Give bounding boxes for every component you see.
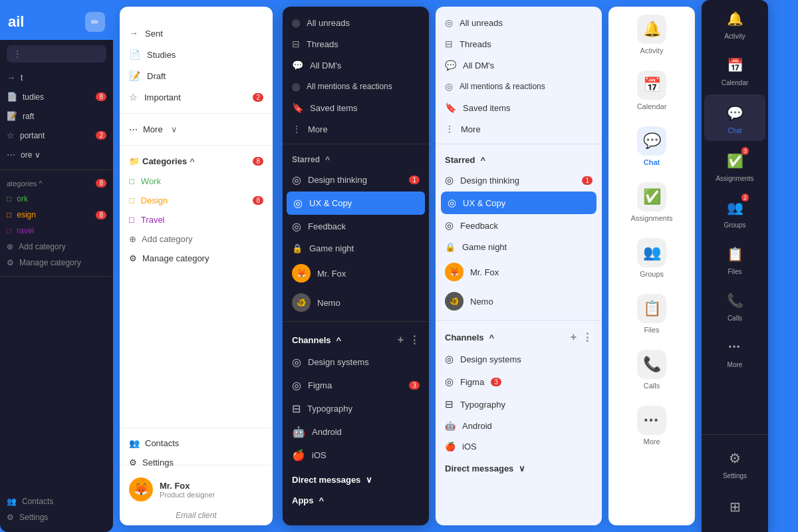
p6-groups[interactable]: 👥 2 Groups bbox=[702, 189, 768, 235]
p3-ux-copy[interactable]: ◎ UX & Copy bbox=[287, 192, 425, 215]
p2-manage-category[interactable]: ⚙ Manage category bbox=[120, 249, 273, 268]
lock-icon: 🔒 bbox=[445, 242, 456, 252]
channels-actions[interactable]: + ⋮ bbox=[571, 331, 593, 344]
p3-dm-header: Direct messages ∨ bbox=[283, 467, 429, 489]
p2-cat-work[interactable]: □ Work bbox=[120, 172, 273, 191]
nav-item-studies[interactable]: 📄 tudies 8 bbox=[0, 87, 113, 106]
p3-more[interactable]: ⋮ More bbox=[283, 118, 429, 140]
nav-item-draft[interactable]: 📝 raft bbox=[0, 106, 113, 126]
p5-calls[interactable]: 📞 Calls bbox=[608, 342, 695, 398]
manage-category[interactable]: ⚙ Manage category bbox=[0, 255, 113, 271]
p2-categories-header: 📁 Categories ^ 8 bbox=[120, 151, 273, 172]
p3-design-thinking[interactable]: ◎ Design thinking 1 bbox=[283, 168, 429, 192]
nav-item-important[interactable]: ☆ portant 2 bbox=[0, 126, 113, 145]
work-color-icon: □ bbox=[7, 194, 11, 203]
saved-icon: 🔖 bbox=[445, 102, 456, 113]
p4-mentions[interactable]: ◎ All mentions & reactions bbox=[436, 76, 602, 97]
nav-item-sent[interactable]: → t bbox=[0, 68, 113, 87]
channel-menu-icon[interactable]: ⋮ bbox=[582, 331, 593, 344]
starred-label: Starred bbox=[292, 155, 320, 164]
p5-chat[interactable]: 💬 Chat bbox=[608, 118, 695, 174]
p6-grid[interactable]: ⊞ bbox=[718, 488, 752, 525]
studies-badge: 8 bbox=[96, 92, 106, 101]
p4-figma[interactable]: ◎ Figma 3 bbox=[436, 370, 602, 393]
p6-activity[interactable]: 🔔 Activity bbox=[702, 0, 768, 47]
nav-sent-label: t bbox=[21, 73, 23, 82]
p3-design-systems[interactable]: ◎ Design systems bbox=[283, 350, 429, 374]
p4-design-systems[interactable]: ◎ Design systems bbox=[436, 348, 602, 370]
p4-all-unreads[interactable]: ◎ All unreads bbox=[436, 12, 602, 33]
p4-starred-header: Starred ^ bbox=[436, 148, 602, 169]
search-bar[interactable]: ⋮ bbox=[7, 45, 106, 63]
add-channel-icon[interactable]: + bbox=[398, 334, 404, 346]
p4-mr-fox[interactable]: 🦊 Mr. Fox bbox=[436, 257, 602, 287]
p5-assignments[interactable]: ✅ Assignments bbox=[608, 174, 695, 230]
p2-sent[interactable]: → Sent bbox=[120, 23, 273, 44]
p4-game-night[interactable]: 🔒 Game night bbox=[436, 237, 602, 257]
p3-all-dms[interactable]: 💬 All DM's bbox=[283, 55, 429, 76]
p3-saved[interactable]: 🔖 Saved items bbox=[283, 97, 429, 118]
contacts-item[interactable]: 👥 Contacts bbox=[7, 493, 106, 509]
p5-more[interactable]: ••• More bbox=[608, 398, 695, 454]
panel1-title: ail bbox=[8, 13, 24, 31]
p3-figma[interactable]: ◎ Figma 3 bbox=[283, 374, 429, 397]
p3-android[interactable]: 🤖 Android bbox=[283, 420, 429, 444]
p2-draft[interactable]: 📝 Draft bbox=[120, 65, 273, 86]
p4-more[interactable]: ⋮ More bbox=[436, 118, 602, 140]
p2-settings[interactable]: ⚙ Settings bbox=[120, 453, 273, 472]
all-dms-label: All DM's bbox=[463, 61, 494, 70]
p6-calls[interactable]: 📞 Calls bbox=[702, 282, 768, 329]
p5-files[interactable]: 📋 Files bbox=[608, 286, 695, 342]
p4-feedback[interactable]: ◎ Feedback bbox=[436, 214, 602, 237]
p6-chat[interactable]: 💬 Chat bbox=[704, 94, 765, 141]
p4-all-dms[interactable]: 💬 All DM's bbox=[436, 55, 602, 76]
p4-ux-copy[interactable]: ◎ UX & Copy bbox=[441, 192, 597, 214]
p6-assignments[interactable]: ✅ 3 Assignments bbox=[702, 142, 768, 189]
p3-mr-fox[interactable]: 🦊 Mr. Fox bbox=[283, 259, 429, 288]
p3-game-night[interactable]: 🔒 Game night bbox=[283, 238, 429, 259]
p3-all-unreads[interactable]: ◎ All unreads bbox=[283, 12, 429, 33]
p4-saved[interactable]: 🔖 Saved items bbox=[436, 97, 602, 118]
compose-button[interactable]: ✏ bbox=[85, 12, 105, 32]
p5-groups[interactable]: 👥 Groups bbox=[608, 230, 695, 286]
p2-cat-design[interactable]: □ Design 8 bbox=[120, 191, 273, 210]
p5-calendar[interactable]: 📅 Calendar bbox=[608, 63, 695, 118]
p3-typography[interactable]: ⊟ Typography bbox=[283, 397, 429, 420]
p6-more[interactable]: ••• More bbox=[702, 329, 768, 375]
p2-add-category[interactable]: ⊕ Add category bbox=[120, 229, 273, 249]
p2-more[interactable]: ⋯ More ∨ bbox=[120, 119, 273, 140]
activity-label: Activity bbox=[640, 47, 664, 55]
p3-threads[interactable]: ⊟ Threads bbox=[283, 33, 429, 55]
p3-ios[interactable]: 🍎 iOS bbox=[283, 444, 429, 467]
files-icon: 📋 bbox=[637, 294, 666, 323]
p2-important[interactable]: ☆ Important 2 bbox=[120, 86, 273, 108]
p3-nemo[interactable]: 🐠 Nemo bbox=[283, 288, 429, 317]
p4-ios[interactable]: 🍎 iOS bbox=[436, 436, 602, 457]
more-icon: ⋮ bbox=[445, 124, 454, 134]
p2-cat-travel[interactable]: □ Travel bbox=[120, 210, 273, 229]
nav-item-more[interactable]: ⋯ ore ∨ bbox=[0, 145, 113, 164]
p4-typography[interactable]: ⊟ Typography bbox=[436, 393, 602, 416]
cat-travel[interactable]: □ ravel bbox=[0, 223, 113, 239]
more-label: More bbox=[728, 361, 743, 368]
p4-threads[interactable]: ⊟ Threads bbox=[436, 33, 602, 55]
p6-files[interactable]: 📋 Files bbox=[702, 235, 768, 282]
add-category[interactable]: ⊕ Add category bbox=[0, 239, 113, 255]
p6-settings[interactable]: ⚙ Settings bbox=[718, 440, 752, 486]
add-channel-icon[interactable]: + bbox=[571, 331, 577, 344]
p4-nemo[interactable]: 🐠 Nemo bbox=[436, 287, 602, 316]
cat-work[interactable]: □ ork bbox=[0, 191, 113, 207]
channels-actions[interactable]: + ⋮ bbox=[398, 334, 420, 346]
p3-feedback[interactable]: ◎ Feedback bbox=[283, 215, 429, 238]
p2-studies[interactable]: 📄 Studies bbox=[120, 44, 273, 65]
p5-activity[interactable]: 🔔 Activity bbox=[608, 7, 695, 63]
cat-design[interactable]: □ esign 8 bbox=[0, 207, 113, 223]
p6-calendar[interactable]: 📅 Calendar bbox=[702, 47, 768, 93]
p2-contacts[interactable]: 👥 Contacts bbox=[120, 434, 273, 453]
p3-mentions[interactable]: ◎ All mentions & reactions bbox=[283, 76, 429, 97]
saved-label: Saved items bbox=[463, 103, 511, 113]
p4-android[interactable]: 🤖 Android bbox=[436, 416, 602, 436]
channel-menu-icon[interactable]: ⋮ bbox=[409, 334, 420, 346]
settings-item[interactable]: ⚙ Settings bbox=[7, 509, 106, 525]
p4-design-thinking[interactable]: ◎ Design thinking 1 bbox=[436, 169, 602, 192]
